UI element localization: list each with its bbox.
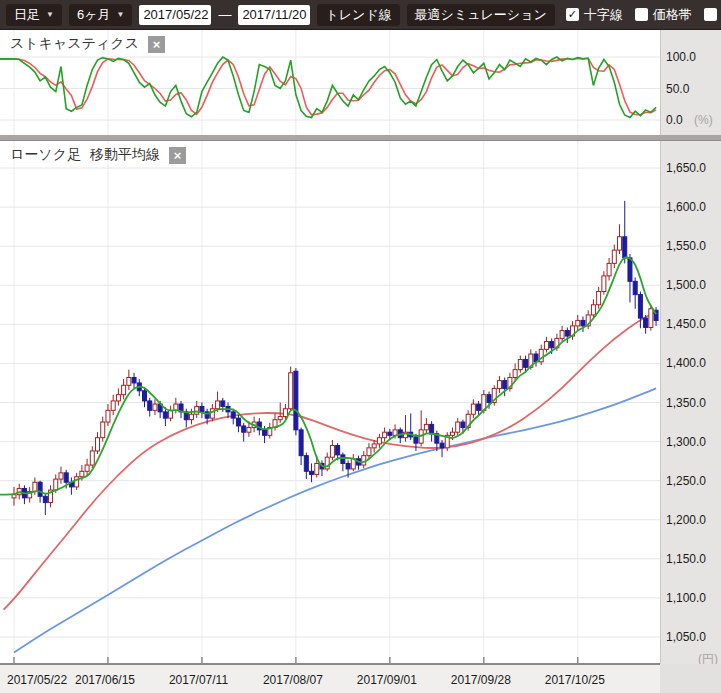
close-moving-average-button[interactable]: × — [169, 147, 186, 164]
price-axis-label: 1,150.0 — [666, 552, 706, 566]
price-axis-label: 1,500.0 — [666, 278, 706, 292]
chevron-down-icon: ▼ — [116, 10, 124, 19]
candle-type-label: 日足 — [14, 6, 40, 24]
x-axis-corner — [660, 664, 721, 693]
price-axis-label: 1,350.0 — [666, 396, 706, 410]
chevron-down-icon: ▼ — [46, 10, 54, 19]
stochastics-panel-tag: ストキャスティクス × — [10, 35, 165, 53]
x-axis: 2017/05/222017/06/152017/07/112017/08/07… — [0, 664, 721, 693]
stock-chart-app: 日足 ▼ 6ヶ月 ▼ 2017/05/22 — 2017/11/20 トレンド線… — [0, 0, 721, 693]
checkbox-price-band[interactable]: 価格帯 — [635, 6, 692, 24]
period-dropdown[interactable]: 6ヶ月 ▼ — [69, 4, 132, 26]
unchecked-checkbox-icon — [635, 8, 648, 21]
candlestick-panel-tag: ローソク足 移動平均線 × — [10, 146, 186, 164]
price-axis-label: 1,400.0 — [666, 356, 706, 370]
candlestick-panel: ローソク足 移動平均線 × 1,650.01,600.01,550.01,500… — [0, 141, 721, 664]
end-date-input[interactable]: 2017/11/20 — [238, 5, 310, 25]
date-axis-label: 2017/08/07 — [263, 673, 323, 687]
toolbar-checkboxes: ✓十字線価格帯シミュレーション — [562, 6, 721, 24]
stochastics-title: ストキャスティクス — [10, 35, 139, 53]
price-axis-label: 1,600.0 — [666, 200, 706, 214]
stoch-axis-label: 50.0 — [666, 82, 689, 96]
price-axis-label: 1,650.0 — [666, 161, 706, 175]
price-axis-label: 1,200.0 — [666, 513, 706, 527]
trend-line-button[interactable]: トレンド線 — [317, 4, 399, 26]
period-label: 6ヶ月 — [77, 6, 111, 24]
unchecked-checkbox-icon — [704, 8, 717, 21]
price-axis-label: 1,050.0 — [666, 630, 706, 644]
moving-average-tab: 移動平均線 — [90, 146, 160, 164]
date-axis-label: 2017/09/01 — [357, 673, 417, 687]
toolbar: 日足 ▼ 6ヶ月 ▼ 2017/05/22 — 2017/11/20 トレンド線… — [0, 0, 721, 30]
optimal-simulation-button[interactable]: 最適シミュレーション — [407, 4, 555, 26]
checkbox-crosshair[interactable]: ✓十字線 — [566, 6, 623, 24]
price-axis-label: 1,300.0 — [666, 435, 706, 449]
checkbox-simulation[interactable]: シミュレーション — [704, 6, 721, 24]
stoch-axis-label: 100.0 — [666, 50, 696, 64]
price-axis-label: 1,450.0 — [666, 317, 706, 331]
date-axis-label: 2017/10/25 — [545, 673, 605, 687]
price-axis-label: 1,250.0 — [666, 474, 706, 488]
close-stochastics-button[interactable]: × — [148, 36, 165, 53]
candle-type-dropdown[interactable]: 日足 ▼ — [6, 4, 62, 26]
date-axis-label: 2017/09/28 — [451, 673, 511, 687]
price-axis-label: 1,550.0 — [666, 239, 706, 253]
stoch-axis-label: 0.0 — [666, 113, 683, 127]
date-axis-label: 2017/07/11 — [169, 673, 228, 687]
date-axis-label: 2017/05/22 — [7, 673, 67, 687]
checked-checkbox-icon: ✓ — [566, 8, 579, 21]
candlestick-chart[interactable] — [0, 141, 660, 664]
start-date-input[interactable]: 2017/05/22 — [139, 5, 211, 25]
stochastics-panel: ストキャスティクス × 100.050.00.0 (%) — [0, 30, 721, 135]
checkbox-label: 十字線 — [584, 6, 623, 24]
x-axis-line — [0, 663, 660, 665]
date-range-separator: — — [218, 7, 231, 22]
date-axis-label: 2017/06/15 — [75, 673, 135, 687]
stochastics-unit-label: (%) — [694, 113, 713, 127]
checkbox-label: 価格帯 — [653, 6, 692, 24]
candlestick-tab: ローソク足 — [10, 146, 81, 164]
price-axis-label: 1,100.0 — [666, 591, 706, 605]
